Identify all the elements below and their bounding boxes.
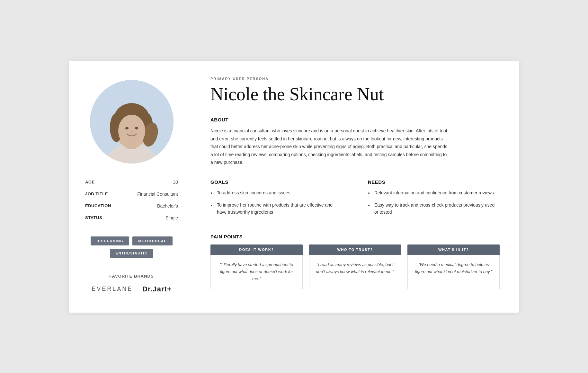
- needs-list: Relevant information and confidence from…: [368, 189, 500, 216]
- education-label: EDUCATION: [85, 203, 111, 208]
- need-item: Relevant information and confidence from…: [368, 189, 500, 196]
- goal-item: To improve her routine with products tha…: [210, 201, 342, 216]
- tag: DISCERNING: [91, 236, 129, 245]
- brands-logos: EVERLANE Dr.Jart+: [85, 285, 178, 293]
- pain-card-header: WHAT'S IN IT?: [407, 244, 500, 255]
- avatar: [90, 80, 174, 164]
- persona-label: PRIMARY USER PERSONA: [210, 77, 500, 81]
- svg-point-9: [118, 115, 145, 147]
- brands-section: FAVORITE BRANDS EVERLANE Dr.Jart+: [85, 274, 178, 293]
- age-value: 30: [173, 180, 178, 185]
- brands-title: FAVORITE BRANDS: [85, 274, 178, 279]
- status-row: STATUS Single: [85, 212, 178, 224]
- tags-container: DISCERNINGMETHODICALENTHUSIASTIC: [85, 236, 178, 258]
- persona-card: AGE 30 JOB TITLE Financial Consultant ED…: [69, 61, 519, 313]
- pain-points-title: PAIN POINTS: [210, 234, 500, 239]
- need-item: Easy way to track and cross-check produc…: [368, 201, 500, 216]
- pain-card: DOES IT WORK?"I literally have started a…: [210, 244, 303, 289]
- main-content: PRIMARY USER PERSONA Nicole the Skincare…: [191, 61, 519, 313]
- goals-list: To address skin concerns and issuesTo im…: [210, 189, 342, 216]
- age-label: AGE: [85, 180, 95, 184]
- status-value: Single: [165, 215, 178, 220]
- pain-card: WHAT'S IN IT?"We need a medical degree t…: [407, 244, 500, 289]
- age-row: AGE 30: [85, 176, 178, 188]
- pain-points-section: PAIN POINTS DOES IT WORK?"I literally ha…: [210, 234, 500, 289]
- sidebar: AGE 30 JOB TITLE Financial Consultant ED…: [69, 61, 191, 313]
- pain-card-body: "I literally have started a spreadsheet …: [210, 255, 303, 289]
- goals-needs-section: GOALS To address skin concerns and issue…: [210, 179, 500, 221]
- status-label: STATUS: [85, 215, 102, 220]
- goal-item: To address skin concerns and issues: [210, 189, 342, 196]
- job-title-row: JOB TITLE Financial Consultant: [85, 188, 178, 200]
- job-title-value: Financial Consultant: [137, 191, 178, 197]
- brand-drjart: Dr.Jart+: [142, 285, 172, 293]
- pain-card-header: DOES IT WORK?: [210, 244, 303, 255]
- goals-title: GOALS: [210, 179, 342, 185]
- info-table: AGE 30 JOB TITLE Financial Consultant ED…: [85, 176, 178, 224]
- persona-name: Nicole the Skincare Nut: [210, 84, 500, 104]
- about-text: Nicole is a financial consultant who lov…: [210, 127, 448, 166]
- pain-card-body: "I read as many reviews as possible, but…: [309, 255, 401, 289]
- needs-column: NEEDS Relevant information and confidenc…: [368, 179, 500, 221]
- tag: METHODICAL: [132, 236, 172, 245]
- education-row: EDUCATION Bachelor's: [85, 200, 178, 212]
- pain-card-header: WHO TO TRUST?: [309, 244, 401, 255]
- svg-point-11: [135, 127, 138, 129]
- pain-card-body: "We need a medical degree to help us fig…: [407, 255, 500, 289]
- job-title-label: JOB TITLE: [85, 191, 108, 196]
- pain-points-grid: DOES IT WORK?"I literally have started a…: [210, 244, 500, 289]
- education-value: Bachelor's: [157, 203, 178, 209]
- tag: ENTHUSIASTIC: [110, 249, 153, 258]
- svg-point-10: [125, 127, 129, 129]
- pain-card: WHO TO TRUST?"I read as many reviews as …: [309, 244, 401, 289]
- about-title: ABOUT: [210, 117, 500, 122]
- brand-everlane: EVERLANE: [92, 286, 133, 292]
- goals-column: GOALS To address skin concerns and issue…: [210, 179, 342, 221]
- needs-title: NEEDS: [368, 179, 500, 185]
